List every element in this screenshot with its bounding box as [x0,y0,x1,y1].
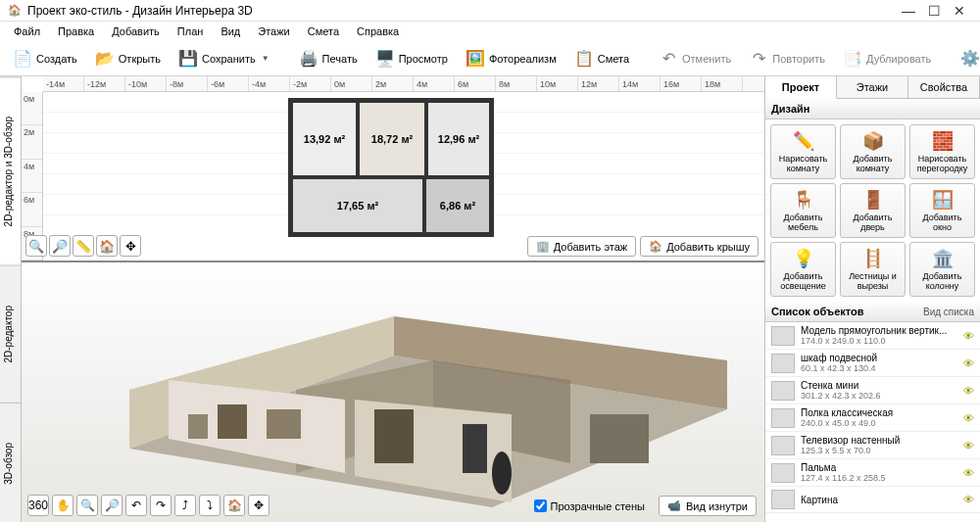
list-item[interactable]: Телевизор настенный125.3 x 5.5 x 70.0👁 [765,432,980,459]
home-button[interactable]: 🏠 [96,235,118,257]
object-thumbnail [771,436,795,455]
add-furniture-button[interactable]: 🪑Добавить мебель [770,183,836,238]
stairs-button[interactable]: 🪜Лестницы и вырезы [840,242,906,297]
object-thumbnail [771,354,795,373]
draw-room-button[interactable]: ✏️Нарисовать комнату [770,124,836,179]
view-2d[interactable]: -14м-12м-10м-8м-6м-4м-2м0м2м4м6м8м10м12м… [22,76,764,262]
room-3[interactable]: 12,96 м² [426,101,491,177]
visibility-icon[interactable]: 👁 [963,412,974,424]
fit-button[interactable]: ✥ [120,235,141,257]
add-window-button[interactable]: 🪟Добавить окно [909,183,975,238]
menu-edit[interactable]: Правка [50,24,102,39]
app-icon: 🏠 [8,4,22,18]
fit-3d-button[interactable]: ✥ [248,495,270,516]
room-1[interactable]: 13,92 м² [291,101,358,177]
list-item[interactable]: Полка классическая240.0 x 45.0 x 49.0👁 [765,404,980,432]
estimate-button[interactable]: 📋Смета [567,45,636,72]
camera-icon: 📹 [667,499,681,512]
measure-button[interactable]: 📏 [73,235,94,257]
list-item[interactable]: Модель прямоугольник вертик...174.0 x 24… [765,322,980,350]
right-panel: Проект Этажи Свойства Дизайн ✏️Нарисоват… [764,76,980,522]
draw-room-icon: ✏️ [793,130,814,152]
open-button[interactable]: 📂Открыть [88,45,168,72]
orbit-button[interactable]: 360 [27,495,49,516]
tilt-down-button[interactable]: ⤵ [199,495,220,516]
print-button[interactable]: 🖨️Печать [292,45,365,72]
add-door-button[interactable]: 🚪Добавить дверь [840,183,906,238]
room-4[interactable]: 17,65 м² [291,177,424,234]
visibility-icon[interactable]: 👁 [963,357,974,369]
zoom-in-3d-button[interactable]: 🔎 [101,495,122,516]
pan-button[interactable]: ✋ [52,495,74,516]
undo-button[interactable]: ↶Отменить [652,45,738,72]
maximize-button[interactable]: ☐ [921,3,947,19]
visibility-icon[interactable]: 👁 [963,440,974,451]
minimize-button[interactable]: — [896,3,921,19]
object-name: Стенка мини [801,380,957,391]
menu-help[interactable]: Справка [349,24,407,39]
add-column-button[interactable]: 🏛️Добавить колонну [909,242,975,297]
list-item[interactable]: Пальма127.4 x 116.2 x 258.5👁 [765,459,980,487]
room-5[interactable]: 6,86 м² [424,177,491,234]
preview-icon: 🖥️ [375,49,395,69]
list-item[interactable]: Стенка мини301.2 x 42.3 x 202.6👁 [765,377,980,404]
list-item[interactable]: Картина👁 [765,487,980,513]
visibility-icon[interactable]: 👁 [963,467,974,479]
close-button[interactable]: ✕ [947,3,972,19]
menu-view[interactable]: Вид [213,24,248,39]
roof-icon: 🏠 [649,240,662,253]
sidetab-2d3d[interactable]: 2D-редактор и 3D-обзор [0,76,21,265]
rtab-project[interactable]: Проект [765,76,837,99]
settings-button[interactable]: ⚙️ [954,45,980,72]
canvas-2d[interactable]: 13,92 м² 18,72 м² 12,96 м² 17,65 м² 6,86… [43,92,764,235]
list-item[interactable]: шкаф подвесной60.1 x 42.3 x 130.4👁 [765,350,980,377]
create-button[interactable]: 📄Создать [6,45,84,72]
menu-plan[interactable]: План [170,24,212,39]
list-view-toggle[interactable]: Вид списка [923,307,974,317]
zoom-out-button[interactable]: 🔍 [25,235,47,257]
visibility-icon[interactable]: 👁 [963,385,974,397]
zoom-out-3d-button[interactable]: 🔍 [76,495,98,516]
inside-view-button[interactable]: 📹Вид изнутри [659,496,757,516]
rotate-left-button[interactable]: ↶ [125,495,147,516]
add-floor-button[interactable]: 🏢Добавить этаж [527,236,636,257]
redo-button[interactable]: ↷Повторить [742,45,832,72]
svg-rect-13 [267,409,301,439]
view-3d[interactable]: 360 ✋ 🔍 🔎 ↶ ↷ ⤴ ⤵ 🏠 ✥ Прозрачные стены 📹… [22,262,764,522]
object-thumbnail [771,490,795,509]
ruler-x: -14м-12м-10м-8м-6м-4м-2м0м2м4м6м8м10м12м… [43,76,764,92]
furniture-icon: 🪑 [793,189,814,211]
visibility-icon[interactable]: 👁 [963,330,974,342]
scene-3d[interactable] [22,262,764,522]
gear-icon: ⚙️ [960,49,980,69]
duplicate-button[interactable]: 📑Дублировать [836,45,938,72]
design-grid: ✏️Нарисовать комнату 📦Добавить комнату 🧱… [765,119,980,302]
save-button[interactable]: 💾Сохранить▼ [172,45,276,72]
menu-floors[interactable]: Этажи [250,24,297,39]
window-icon: 🪟 [932,189,954,211]
floorplan[interactable]: 13,92 м² 18,72 м² 12,96 м² 17,65 м² 6,86… [288,98,494,237]
add-room-button[interactable]: 📦Добавить комнату [840,124,906,179]
menu-estimate[interactable]: Смета [300,24,347,39]
transparent-walls-checkbox[interactable]: Прозрачные стены [534,499,645,512]
object-name: шкаф подвесной [801,353,957,363]
menu-file[interactable]: Файл [6,24,48,39]
rtab-floors[interactable]: Этажи [837,76,908,98]
zoom-in-button[interactable]: 🔎 [49,235,71,257]
add-roof-button[interactable]: 🏠Добавить крышу [640,236,759,257]
object-list[interactable]: Модель прямоугольник вертик...174.0 x 24… [765,322,980,522]
home-3d-button[interactable]: 🏠 [223,495,245,516]
room-2[interactable]: 18,72 м² [358,101,426,177]
photoreal-button[interactable]: 🖼️Фотореализм [459,45,564,72]
rtab-properties[interactable]: Свойства [908,76,980,98]
draw-wall-button[interactable]: 🧱Нарисовать перегородку [909,124,975,179]
sidetab-3d[interactable]: 3D-обзор [0,403,21,522]
add-light-button[interactable]: 💡Добавить освещение [770,242,836,297]
preview-button[interactable]: 🖥️Просмотр [368,45,455,72]
rotate-right-button[interactable]: ↷ [150,495,172,516]
menu-add[interactable]: Добавить [104,24,168,39]
zoom-controls-2d: 🔍 🔎 📏 🏠 ✥ [25,235,141,257]
visibility-icon[interactable]: 👁 [963,494,974,505]
sidetab-2d[interactable]: 2D-редактор [0,265,21,403]
tilt-up-button[interactable]: ⤴ [174,495,196,516]
